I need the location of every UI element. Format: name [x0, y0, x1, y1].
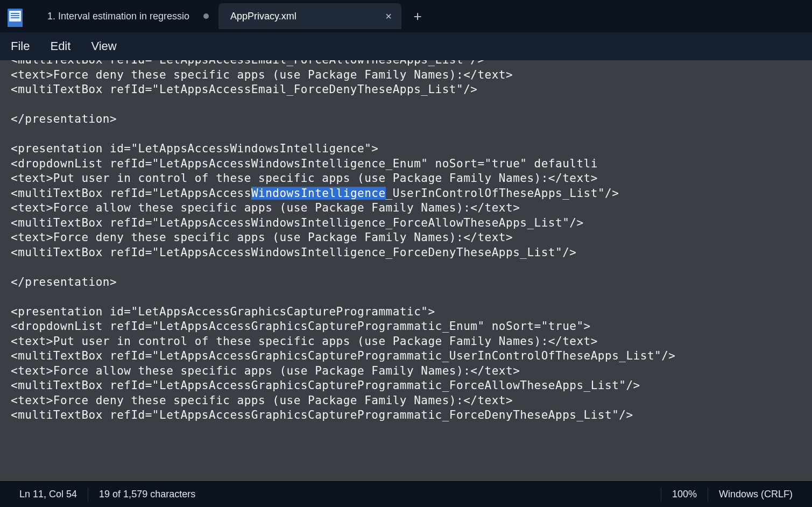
editor-line[interactable]: <text>Put user in control of these speci… [11, 171, 801, 186]
editor-line[interactable]: <text>Force allow these specific apps (u… [11, 201, 801, 216]
editor-line[interactable]: <presentation id="LetAppsAccessWindowsIn… [11, 142, 801, 157]
editor-line[interactable]: <multiTextBox refId="LetAppsAccessGraphi… [11, 408, 801, 423]
new-tab-button[interactable]: + [407, 5, 428, 27]
menu-edit[interactable]: Edit [50, 39, 70, 53]
tab-active[interactable]: AppPrivacy.xml × [218, 3, 401, 29]
editor-line[interactable]: <multiTextBox refId="LetAppsAccessWindow… [11, 186, 801, 201]
notepad-icon [8, 9, 23, 27]
editor-line[interactable] [11, 97, 801, 112]
editor-line[interactable]: <text>Force deny these specific apps (us… [11, 230, 801, 245]
tab-inactive[interactable]: 1. Interval estimation in regressio [36, 3, 218, 29]
status-encoding[interactable]: Windows (CRLF) [711, 489, 800, 500]
editor-line[interactable]: <multiTextBox refId="LetAppsAccessGraphi… [11, 349, 801, 364]
tab-title: AppPrivacy.xml [230, 11, 376, 22]
editor-line[interactable]: <multiTextBox refId="LetAppsAccessGraphi… [11, 378, 801, 393]
status-position[interactable]: Ln 11, Col 54 [12, 489, 84, 500]
menu-file[interactable]: File [11, 39, 30, 53]
divider [88, 488, 88, 502]
menu-bar: File Edit View [0, 32, 812, 60]
editor-line[interactable]: <presentation id="LetAppsAccessGraphicsC… [11, 305, 801, 320]
editor-area[interactable]: <multiTextBox refId="LetAppsAccessEmail_… [0, 60, 812, 481]
tab-bar: 1. Interval estimation in regressio AppP… [0, 0, 812, 32]
editor-line[interactable]: <dropdownList refId="LetAppsAccessGraphi… [11, 319, 801, 334]
editor-line[interactable]: <text>Force deny these specific apps (us… [11, 68, 801, 83]
editor-line[interactable]: </presentation> [11, 112, 801, 127]
text-editor[interactable]: <multiTextBox refId="LetAppsAccessEmail_… [0, 60, 812, 425]
editor-line[interactable]: <text>Force allow these specific apps (u… [11, 364, 801, 379]
editor-line[interactable]: <multiTextBox refId="LetAppsAccessEmail_… [11, 60, 801, 68]
menu-view[interactable]: View [91, 39, 116, 53]
divider [708, 488, 708, 502]
editor-line[interactable]: <multiTextBox refId="LetAppsAccessEmail_… [11, 82, 801, 97]
unsaved-dot-icon [203, 13, 209, 19]
editor-line[interactable] [11, 290, 801, 305]
editor-line[interactable] [11, 127, 801, 142]
editor-line[interactable]: <text>Force deny these specific apps (us… [11, 393, 801, 409]
divider [661, 488, 661, 502]
close-icon[interactable]: × [385, 11, 392, 22]
editor-line[interactable]: </presentation> [11, 275, 801, 290]
editor-line[interactable]: <text>Put user in control of these speci… [11, 334, 801, 349]
editor-line[interactable] [11, 260, 801, 275]
editor-line[interactable]: <multiTextBox refId="LetAppsAccessWindow… [11, 245, 801, 260]
status-zoom[interactable]: 100% [665, 489, 704, 500]
text-selection: WindowsIntelligence [251, 187, 386, 200]
editor-line[interactable]: <dropdownList refId="LetAppsAccessWindow… [11, 157, 801, 172]
editor-line[interactable]: <multiTextBox refId="LetAppsAccessWindow… [11, 216, 801, 231]
status-bar: Ln 11, Col 54 19 of 1,579 characters 100… [0, 481, 812, 507]
tab-title: 1. Interval estimation in regressio [47, 11, 194, 22]
status-chars: 19 of 1,579 characters [91, 489, 203, 500]
